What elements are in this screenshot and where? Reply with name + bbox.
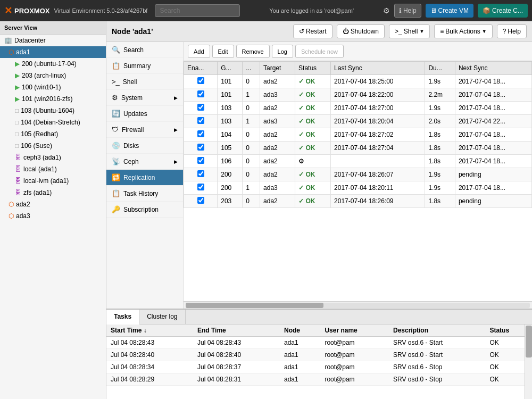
settings-icon[interactable]: ⚙	[383, 6, 390, 15]
sidebar-item-ada3[interactable]: ⬡ada3	[0, 210, 106, 222]
table-row[interactable]: 1050ada2✓ OK2017-07-04 18:27:041.8s2017-…	[184, 142, 532, 155]
table-row[interactable]: 1060ada2⚙1.8s2017-07-04 18...	[184, 155, 532, 168]
tasks-col-header[interactable]: End Time	[193, 325, 280, 337]
nav-icon: 💿	[112, 142, 120, 149]
sidebar-item-zfs--ada1-[interactable]: 🗄zfs (ada1)	[0, 187, 106, 198]
nav-item-disks[interactable]: 💿Disks	[106, 138, 183, 154]
task-row[interactable]: Jul 04 08:28:34Jul 04 08:28:37ada1root@p…	[106, 361, 532, 373]
edit-button[interactable]: Edit	[212, 45, 234, 58]
sidebar-item-ada2[interactable]: ⬡ada2	[0, 198, 106, 210]
table-row[interactable]: 1031ada3✓ OK2017-07-04 18:20:042.0s2017-…	[184, 115, 532, 128]
add-button[interactable]: Add	[188, 45, 210, 58]
sidebar-item-101--win2016-zfs-[interactable]: ▶101 (win2016-zfs)	[0, 93, 106, 105]
shutdown-button[interactable]: ⏻ Shutdown	[337, 24, 385, 38]
enabled-checkbox[interactable]	[197, 104, 204, 111]
sidebar-item-105--redhat-[interactable]: □105 (Redhat)	[0, 128, 106, 140]
tasks-col-header[interactable]: User name	[320, 325, 389, 337]
nav-item-search[interactable]: 🔍Search	[106, 42, 183, 58]
col-header[interactable]: Target	[260, 62, 295, 75]
col-header[interactable]: Last Sync	[331, 62, 425, 75]
search-input[interactable]	[155, 4, 240, 17]
tasks-col-header[interactable]: Start Time ↓	[106, 325, 193, 337]
bulk-actions-button[interactable]: ≡ Bulk Actions ▼	[434, 24, 492, 38]
table-row[interactable]: 2000ada2✓ OK2017-07-04 18:26:071.9spendi…	[184, 168, 532, 181]
end-time-cell: Jul 04 08:28:43	[193, 337, 280, 349]
sidebar-item-local-lvm--ada1-[interactable]: 🗄local-lvm (ada1)	[0, 175, 106, 187]
enabled-checkbox[interactable]	[197, 77, 204, 84]
create-c-button[interactable]: 📦 Create C...	[478, 4, 528, 18]
last-sync-cell	[331, 155, 425, 168]
tab-cluster-log[interactable]: Cluster log	[139, 310, 185, 324]
enabled-checkbox[interactable]	[197, 170, 204, 177]
sidebar-item-label: 200 (ubuntu-17-04)	[22, 60, 77, 68]
vertical-scrollbar[interactable]	[525, 325, 532, 399]
sidebar-item-103--ubuntu-1604-[interactable]: □103 (Ubuntu-1604)	[0, 105, 106, 117]
chevron-right-icon: ▶	[174, 127, 178, 132]
table-row[interactable]: 1011ada3✓ OK2017-07-04 18:22:002.2m2017-…	[184, 88, 532, 102]
table-row[interactable]: 1040ada2✓ OK2017-07-04 18:27:021.8s2017-…	[184, 128, 532, 142]
sidebar-item-label: 106 (Suse)	[21, 142, 52, 149]
table-row[interactable]: 1010ada2✓ OK2017-07-04 18:25:001.9s2017-…	[184, 75, 532, 88]
enabled-checkbox[interactable]	[197, 130, 204, 137]
g-cell: 104	[218, 128, 243, 142]
sidebar-item-label: ada2	[16, 201, 30, 208]
nav-item-ceph[interactable]: 📡Ceph▶	[106, 154, 183, 170]
col-header[interactable]: G...	[218, 62, 243, 75]
remove-button[interactable]: Remove	[236, 45, 270, 58]
enabled-checkbox[interactable]	[197, 117, 204, 124]
duration-cell: 2.0s	[425, 115, 455, 128]
shell-button[interactable]: >_ Shell ▼	[389, 24, 430, 38]
col-header[interactable]: Du...	[425, 62, 455, 75]
enabled-checkbox[interactable]	[197, 157, 204, 164]
user-cell: root@pam	[320, 349, 389, 361]
sidebar-item-local--ada1-[interactable]: 🗄local (ada1)	[0, 163, 106, 175]
nav-item-firewall[interactable]: 🛡Firewall▶	[106, 122, 183, 138]
sidebar-item-ceph3--ada1-[interactable]: 🗄ceph3 (ada1)	[0, 152, 106, 163]
tab-tasks[interactable]: Tasks	[106, 310, 139, 325]
task-row[interactable]: Jul 04 08:28:29Jul 04 08:28:31ada1root@p…	[106, 373, 532, 386]
nav-item-shell[interactable]: >_Shell	[106, 74, 183, 90]
tasks-body: Jul 04 08:28:43Jul 04 08:28:43ada1root@p…	[106, 337, 532, 386]
task-row[interactable]: Jul 04 08:28:40Jul 04 08:28:40ada1root@p…	[106, 349, 532, 361]
enabled-checkbox[interactable]	[197, 144, 204, 151]
nav-item-subscription[interactable]: 🔑Subscription	[106, 202, 183, 218]
nav-item-task-history[interactable]: 📋Task History	[106, 186, 183, 202]
col-header[interactable]: Ena...	[184, 62, 218, 75]
task-row[interactable]: Jul 04 08:28:43Jul 04 08:28:43ada1root@p…	[106, 337, 532, 349]
enabled-checkbox[interactable]	[197, 197, 204, 204]
help-button[interactable]: ℹ Help	[394, 4, 421, 18]
node-cell: ada1	[280, 361, 320, 373]
nav-item-summary[interactable]: 📋Summary	[106, 58, 183, 74]
sidebar-item-106--suse-[interactable]: □106 (Suse)	[0, 140, 106, 152]
nav-item-updates[interactable]: 🔄Updates	[106, 106, 183, 122]
server-view-header: Server View	[0, 21, 106, 35]
table-row[interactable]: 2001ada3✓ OK2017-07-04 18:20:111.9s2017-…	[184, 181, 532, 195]
tasks-col-header[interactable]: Node	[280, 325, 320, 337]
enabled-checkbox[interactable]	[197, 184, 204, 190]
enabled-cell	[184, 102, 218, 115]
horizontal-scrollbar[interactable]	[184, 301, 532, 309]
nav-item-label: Updates	[123, 110, 147, 118]
table-row[interactable]: 2030ada2✓ OK2017-07-04 18:26:091.8spendi…	[184, 195, 532, 208]
sidebar-item-datacenter[interactable]: 🏢Datacenter	[0, 35, 106, 46]
nav-item-replication[interactable]: 🔁Replication	[106, 170, 183, 186]
col-header[interactable]: Status	[295, 62, 331, 75]
col-header[interactable]: Next Sync	[455, 62, 531, 75]
sidebar-item-ada1[interactable]: ⬡ada1	[0, 46, 106, 58]
content-area: Node 'ada1' ↺ Restart ⏻ Shutdown >_ Shel…	[106, 21, 532, 399]
col-header[interactable]: ...	[243, 62, 260, 75]
logo-text: PROXMOX	[14, 7, 49, 15]
schedule-now-button[interactable]: Schedule now	[295, 45, 344, 58]
sidebar-item-100--win10-1-[interactable]: ▶100 (win10-1)	[0, 81, 106, 93]
create-vm-button[interactable]: 🖥 Create VM	[426, 4, 473, 18]
sidebar-item-203--arch-linux-[interactable]: ▶203 (arch-linux)	[0, 70, 106, 81]
restart-button[interactable]: ↺ Restart	[293, 24, 332, 38]
nav-item-system[interactable]: ⚙System▶	[106, 90, 183, 106]
sidebar-item-200--ubuntu-17-04-[interactable]: ▶200 (ubuntu-17-04)	[0, 58, 106, 70]
enabled-checkbox[interactable]	[197, 90, 204, 97]
sidebar-item-104--debian-stretch-[interactable]: □104 (Debian-Stretch)	[0, 117, 106, 128]
table-row[interactable]: 1030ada2✓ OK2017-07-04 18:27:001.9s2017-…	[184, 102, 532, 115]
tasks-col-header[interactable]: Description	[389, 325, 485, 337]
node-help-button[interactable]: ? Help	[497, 24, 527, 38]
log-button[interactable]: Log	[272, 45, 293, 58]
